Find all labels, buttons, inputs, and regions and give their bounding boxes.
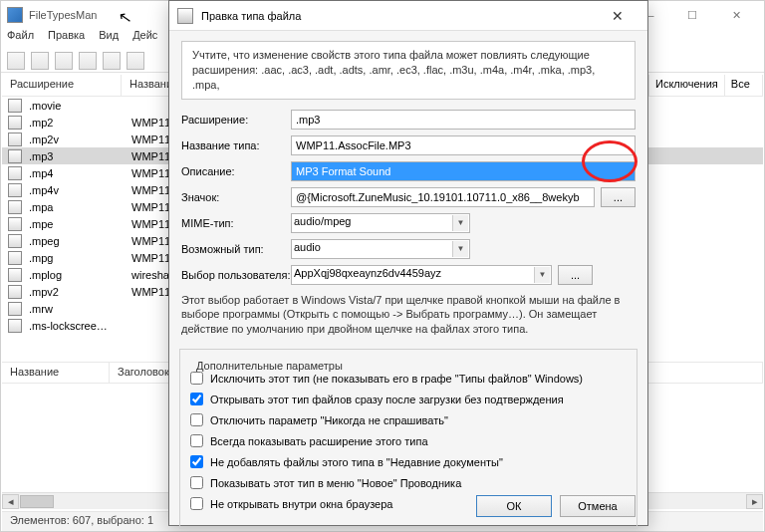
checkbox-label: Не добавлять файлы этого типа в "Недавни… xyxy=(210,456,503,468)
menu-edit[interactable]: Правка xyxy=(48,29,85,49)
userchoice-select[interactable]: AppXqj98qxeaynz6dv4459ayz ▼ xyxy=(291,265,552,285)
toolbar-find-icon[interactable] xyxy=(79,52,97,70)
typename-field[interactable] xyxy=(291,135,636,155)
file-icon xyxy=(8,234,22,248)
checkbox-label: Не открывать внутри окна браузера xyxy=(210,498,392,510)
checkbox-0[interactable] xyxy=(190,372,203,385)
checkbox-label: Показывать этот тип в меню "Новое" Прово… xyxy=(210,477,461,489)
checkbox-label: Открывать этот тип файлов сразу после за… xyxy=(210,394,564,405)
file-icon xyxy=(8,200,22,214)
ext-cell: .mpa xyxy=(28,201,131,213)
mime-select[interactable]: audio/mpeg ▼ xyxy=(291,213,470,233)
ext-cell: .mpv2 xyxy=(28,286,131,298)
ext-cell: .ms-lockscree… xyxy=(28,320,131,332)
checkbox-2[interactable] xyxy=(190,413,203,426)
cursor-icon: ↖ xyxy=(117,7,132,28)
ext-cell: .mplog xyxy=(28,269,131,281)
file-icon xyxy=(8,251,22,265)
ext-cell: .mpg xyxy=(28,252,131,264)
file-icon xyxy=(8,183,22,197)
menu-file[interactable]: Файл xyxy=(7,29,34,49)
checkbox-row[interactable]: Открывать этот тип файлов сразу после за… xyxy=(190,393,627,405)
checkbox-label: Исключить этот тип (не показывать его в … xyxy=(210,373,583,385)
checkbox-6[interactable] xyxy=(190,497,203,510)
dialog-close-button[interactable]: ✕ xyxy=(596,2,639,30)
mime-value: audio/mpeg xyxy=(294,215,352,227)
file-icon xyxy=(8,319,22,333)
toolbar-save-icon[interactable] xyxy=(7,52,25,70)
scroll-left-icon[interactable]: ◂ xyxy=(2,494,19,509)
ext-cell: .mp4v xyxy=(28,184,131,196)
chevron-down-icon: ▼ xyxy=(534,267,550,283)
status-text: Элементов: 607, выбрано: 1 xyxy=(10,514,153,526)
dialog-titlebar: Правка типа файла ✕ xyxy=(169,1,647,31)
right-columns: Исключения Все xyxy=(648,75,763,97)
checkbox-3[interactable] xyxy=(190,434,203,447)
checkbox-4[interactable] xyxy=(190,455,203,468)
userchoice-value: AppXqj98qxeaynz6dv4459ayz xyxy=(294,267,441,279)
checkbox-row[interactable]: Всегда показывать расширение этого типа xyxy=(190,434,627,447)
ext-cell: .mpeg xyxy=(28,235,131,247)
browse-icon-button[interactable]: ... xyxy=(601,187,636,207)
scroll-thumb[interactable] xyxy=(20,495,54,508)
file-icon xyxy=(8,133,22,146)
ext-cell: .mp2v xyxy=(28,133,131,145)
cancel-button[interactable]: Отмена xyxy=(560,495,636,517)
toolbar-options-icon[interactable] xyxy=(127,52,144,70)
checkbox-row[interactable]: Исключить этот тип (не показывать его в … xyxy=(190,372,627,385)
col-exclusions[interactable]: Исключения xyxy=(648,75,724,96)
extension-field[interactable] xyxy=(291,110,636,130)
perceived-select[interactable]: audio ▼ xyxy=(291,239,470,259)
file-icon xyxy=(8,149,22,163)
file-icon xyxy=(8,302,22,316)
scroll-right-icon[interactable]: ▸ xyxy=(746,494,763,509)
col-extension[interactable]: Расширение xyxy=(2,75,122,96)
app-icon xyxy=(7,7,23,23)
fieldset-legend: Дополнительные параметры xyxy=(192,360,347,372)
toolbar-copy-icon[interactable] xyxy=(31,52,49,70)
file-icon xyxy=(8,285,22,299)
ext-cell: .mp2 xyxy=(28,117,131,129)
label-userchoice: Выбор пользователя: xyxy=(181,269,291,281)
perceived-value: audio xyxy=(294,241,321,253)
menu-view[interactable]: Вид xyxy=(99,29,119,49)
chevron-down-icon: ▼ xyxy=(452,215,468,231)
ext-cell: .mp3 xyxy=(28,150,131,162)
dialog-icon xyxy=(177,8,193,24)
toolbar-props-icon[interactable] xyxy=(55,52,73,70)
notice-text: Учтите, что изменение свойств этого типа… xyxy=(181,41,636,100)
edit-filetype-dialog: Правка типа файла ✕ Учтите, что изменени… xyxy=(168,0,648,526)
col-all[interactable]: Все xyxy=(724,75,756,96)
file-icon xyxy=(8,217,22,231)
file-icon xyxy=(8,116,22,130)
ext-cell: .mp4 xyxy=(28,167,131,179)
checkbox-1[interactable] xyxy=(190,393,203,405)
ext-cell: .mrw xyxy=(28,303,131,315)
checkbox-row[interactable]: Не добавлять файлы этого типа в "Недавни… xyxy=(190,455,627,468)
label-description: Описание: xyxy=(181,165,291,177)
col-name[interactable]: Название xyxy=(2,363,110,383)
close-button[interactable]: ✕ xyxy=(714,1,758,29)
menu-actions[interactable]: Дейс xyxy=(132,29,157,49)
checkbox-row[interactable]: Отключить параметр "Никогда не спрашиват… xyxy=(190,413,627,426)
file-icon xyxy=(8,268,22,282)
icon-path-field[interactable] xyxy=(291,187,595,207)
maximize-button[interactable]: ☐ xyxy=(670,1,714,29)
label-extension: Расширение: xyxy=(181,114,291,126)
chevron-down-icon: ▼ xyxy=(452,241,468,257)
description-field[interactable] xyxy=(291,161,636,181)
ok-button[interactable]: ОК xyxy=(476,495,552,517)
browse-userchoice-button[interactable]: ... xyxy=(558,265,593,285)
label-perceived: Возможный тип: xyxy=(181,243,291,255)
checkbox-5[interactable] xyxy=(190,476,203,489)
checkbox-row[interactable]: Показывать этот тип в меню "Новое" Прово… xyxy=(190,476,627,489)
checkbox-label: Отключить параметр "Никогда не спрашиват… xyxy=(210,414,448,426)
help-text: Этот выбор работает в Windows Vista/7 пр… xyxy=(181,293,636,338)
file-icon xyxy=(8,99,22,113)
app-title: FileTypesMan xyxy=(29,9,97,21)
label-mime: MIME-тип: xyxy=(181,217,291,229)
toolbar-refresh-icon[interactable] xyxy=(103,52,121,70)
label-icon: Значок: xyxy=(181,191,291,203)
ext-cell: .movie xyxy=(28,100,131,112)
dialog-title: Правка типа файла xyxy=(201,10,301,22)
